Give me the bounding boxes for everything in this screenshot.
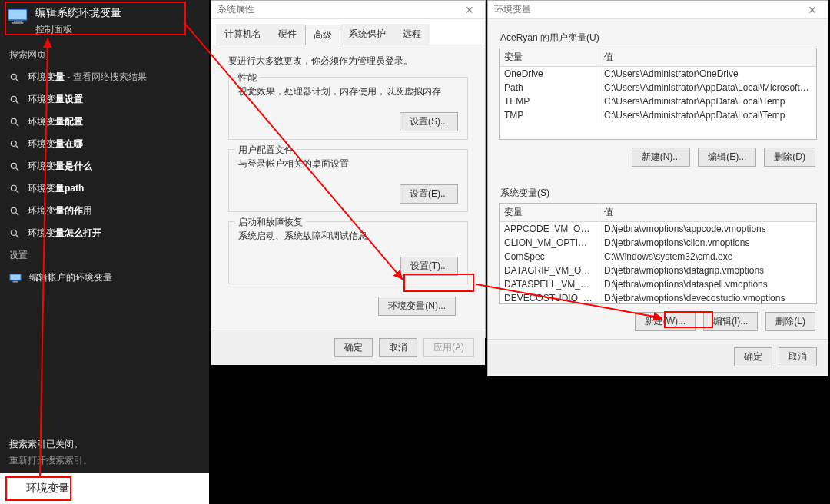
search-input[interactable] xyxy=(26,482,201,495)
table-row[interactable]: TMPC:\Users\Administrator\AppData\Local\… xyxy=(500,108,816,122)
search-icon xyxy=(9,228,20,239)
close-icon[interactable]: ✕ xyxy=(803,4,822,16)
table-row[interactable]: DATASPELL_VM_OPTIONSD:\jetbra\vmoptions\… xyxy=(500,277,816,291)
tab-1[interactable]: 硬件 xyxy=(270,24,305,45)
svg-line-15 xyxy=(16,190,19,193)
close-icon[interactable]: ✕ xyxy=(460,4,479,16)
tab-4[interactable]: 远程 xyxy=(394,24,430,45)
search-suggestion[interactable]: 环境变量是什么 xyxy=(0,155,209,177)
svg-point-18 xyxy=(11,230,16,235)
sys-new-button[interactable]: 新建(W)... xyxy=(635,312,696,331)
settings-item-env[interactable]: 编辑帐户的环境变量 xyxy=(0,267,209,289)
sys-vars-list[interactable]: 变量 值 APPCODE_VM_OPTIONSD:\jetbra\vmoptio… xyxy=(499,203,817,304)
monitor-small-icon xyxy=(9,272,22,284)
envdlg-title: 环境变量 xyxy=(494,3,531,16)
group-startup-desc: 系统启动、系统故障和调试信息 xyxy=(238,230,458,243)
sys-edit-button[interactable]: 编辑(I)... xyxy=(703,312,758,331)
svg-line-7 xyxy=(16,101,19,104)
table-row[interactable]: CLION_VM_OPTIONSD:\jetbra\vmoptions\clio… xyxy=(500,236,816,250)
svg-line-5 xyxy=(16,78,19,81)
svg-line-17 xyxy=(16,212,19,215)
group-profile-desc: 与登录帐户相关的桌面设置 xyxy=(238,158,458,171)
index-closed-text: 搜索索引已关闭。 xyxy=(9,438,200,451)
sysprops-ok-button[interactable]: 确定 xyxy=(334,338,373,357)
search-suggestion[interactable]: 环境变量配置 xyxy=(0,111,209,133)
search-index-notice: 搜索索引已关闭。 重新打开搜索索引。 xyxy=(0,433,209,472)
envdlg-ok-button[interactable]: 确定 xyxy=(734,347,772,366)
search-suggestion[interactable]: 环境变量设置 xyxy=(0,88,209,111)
user-delete-button[interactable]: 删除(D) xyxy=(764,148,815,167)
svg-point-8 xyxy=(11,118,16,124)
system-properties-dialog: 系统属性 ✕ 计算机名硬件高级系统保护远程 要进行大多数更改，你必须作为管理员登… xyxy=(211,0,486,338)
tab-0[interactable]: 计算机名 xyxy=(216,24,270,45)
search-suggestion[interactable]: 环境变量path xyxy=(0,177,209,200)
table-row[interactable]: DATAGRIP_VM_OPTIONSD:\jetbra\vmoptions\d… xyxy=(500,264,816,277)
group-performance-legend: 性能 xyxy=(235,71,260,85)
env-variables-button[interactable]: 环境变量(N)... xyxy=(378,297,456,316)
user-vars-list[interactable]: 变量 值 OneDriveC:\Users\Administrator\OneD… xyxy=(499,48,817,140)
search-suggestion[interactable]: 环境变量怎么打开 xyxy=(0,222,209,244)
table-row[interactable]: OneDriveC:\Users\Administrator\OneDrive xyxy=(500,67,816,81)
index-reopen-text[interactable]: 重新打开搜索索引。 xyxy=(9,454,200,467)
table-row[interactable]: APPCODE_VM_OPTIONSD:\jetbra\vmoptions\ap… xyxy=(500,222,816,236)
search-icon xyxy=(9,139,20,150)
svg-rect-3 xyxy=(12,22,24,24)
search-icon xyxy=(9,117,20,128)
svg-point-16 xyxy=(11,207,16,213)
tab-2[interactable]: 高级 xyxy=(305,25,340,45)
sys-vars-caption: 系统变量(S) xyxy=(500,187,817,200)
sysprops-cancel-button[interactable]: 取消 xyxy=(379,338,417,357)
svg-line-9 xyxy=(16,123,19,126)
search-icon xyxy=(9,72,20,83)
perf-settings-button[interactable]: 设置(S)... xyxy=(400,112,458,131)
search-box[interactable] xyxy=(0,473,209,504)
svg-point-10 xyxy=(11,141,16,146)
svg-point-4 xyxy=(11,74,16,79)
section-header-settings: 设置 xyxy=(0,244,209,267)
best-match-subtitle: 控制面板 xyxy=(35,23,121,36)
search-suggestion[interactable]: 环境变量在哪 xyxy=(0,133,209,155)
sys-delete-button[interactable]: 删除(L) xyxy=(765,312,815,331)
search-suggestion[interactable]: 环境变量 - 查看网络搜索结果 xyxy=(0,66,209,88)
group-profile: 用户配置文件 与登录帐户相关的桌面设置 设置(E)... xyxy=(228,149,468,212)
svg-line-13 xyxy=(16,167,19,171)
search-suggestion[interactable]: 环境变量的作用 xyxy=(0,200,209,222)
svg-point-14 xyxy=(11,185,16,191)
table-row[interactable]: DEVECOSTUDIO_VM_OPT...D:\jetbra\vmoption… xyxy=(500,291,816,304)
svg-line-19 xyxy=(16,234,19,237)
column-header-val[interactable]: 值 xyxy=(599,204,816,221)
group-startup-legend: 启动和故障恢复 xyxy=(235,216,306,229)
search-icon xyxy=(9,94,20,105)
group-startup: 启动和故障恢复 系统启动、系统故障和调试信息 设置(T)... xyxy=(228,221,468,284)
svg-rect-2 xyxy=(14,22,22,23)
table-row[interactable]: PathC:\Users\Administrator\AppData\Local… xyxy=(500,81,816,94)
best-match-title: 编辑系统环境变量 xyxy=(35,6,121,20)
search-icon xyxy=(8,482,20,495)
tab-3[interactable]: 系统保护 xyxy=(340,24,394,45)
svg-rect-21 xyxy=(11,274,21,280)
monitor-icon xyxy=(8,8,28,25)
group-performance-desc: 视觉效果，处理器计划，内存使用，以及虚拟内存 xyxy=(238,85,458,98)
svg-point-23 xyxy=(10,485,16,491)
user-edit-button[interactable]: 编辑(E)... xyxy=(698,148,756,167)
svg-rect-1 xyxy=(9,10,27,19)
envdlg-cancel-button[interactable]: 取消 xyxy=(779,347,817,366)
column-header-val[interactable]: 值 xyxy=(599,48,816,66)
user-new-button[interactable]: 新建(N)... xyxy=(632,148,691,167)
search-panel: 编辑系统环境变量 控制面板 搜索网页 环境变量 - 查看网络搜索结果环境变量设置… xyxy=(0,0,209,504)
table-row[interactable]: ComSpecC:\Windows\system32\cmd.exe xyxy=(500,250,816,264)
svg-rect-22 xyxy=(13,281,18,283)
best-match-item[interactable]: 编辑系统环境变量 控制面板 xyxy=(0,0,209,44)
profile-settings-button[interactable]: 设置(E)... xyxy=(400,184,458,204)
group-profile-legend: 用户配置文件 xyxy=(235,144,297,157)
search-icon xyxy=(9,206,20,217)
column-header-var[interactable]: 变量 xyxy=(500,204,599,221)
startup-settings-button[interactable]: 设置(T)... xyxy=(400,257,458,276)
svg-point-6 xyxy=(11,96,16,101)
svg-point-12 xyxy=(11,163,16,168)
group-performance: 性能 视觉效果，处理器计划，内存使用，以及虚拟内存 设置(S)... xyxy=(228,77,468,140)
table-row[interactable]: TEMPC:\Users\Administrator\AppData\Local… xyxy=(500,94,816,108)
section-header-web: 搜索网页 xyxy=(0,44,209,66)
svg-line-11 xyxy=(16,145,19,148)
column-header-var[interactable]: 变量 xyxy=(500,48,599,66)
